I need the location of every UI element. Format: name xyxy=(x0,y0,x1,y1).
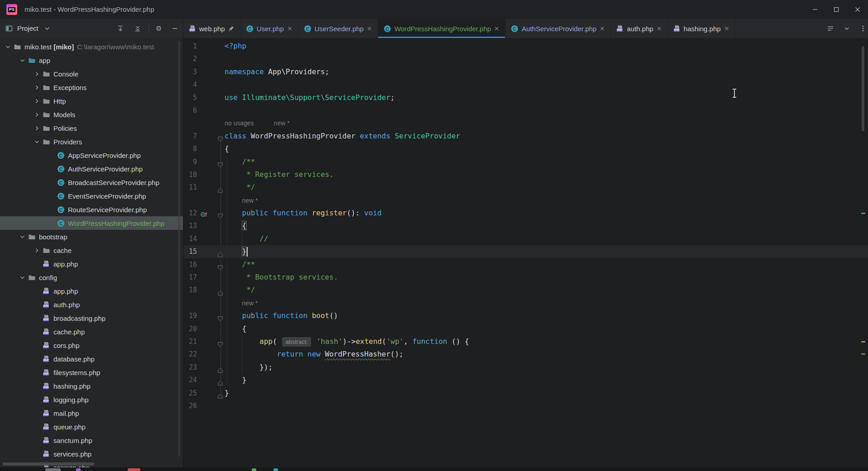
chevron-collapsed-icon[interactable] xyxy=(31,111,42,118)
chevron-expanded-icon[interactable] xyxy=(17,233,28,240)
line-number[interactable]: 7 xyxy=(183,130,197,143)
line-number[interactable]: 26 xyxy=(183,400,197,412)
line-number[interactable]: 25 xyxy=(183,387,197,400)
tree-item-app[interactable]: app xyxy=(0,53,183,67)
chevron-collapsed-icon[interactable] xyxy=(31,247,42,254)
taskbar-item[interactable] xyxy=(45,468,61,471)
error-stripe-mark[interactable] xyxy=(861,341,865,343)
line-number[interactable]: 11 xyxy=(183,181,197,194)
tree-item-queue-php[interactable]: PHPqueue.php xyxy=(0,420,183,433)
tree-item-cache-php[interactable]: PHPcache.php xyxy=(0,325,183,338)
tab-user-php[interactable]: CUser.php xyxy=(240,19,298,38)
tree-item-providers[interactable]: Providers xyxy=(0,135,183,148)
tree-item-services-php[interactable]: PHPservices.php xyxy=(0,447,183,461)
tree-item-config[interactable]: config xyxy=(0,271,183,284)
error-stripe-mark[interactable] xyxy=(861,353,865,355)
tree-horizontal-scrollbar[interactable] xyxy=(3,462,94,466)
tree-item-models[interactable]: Models xyxy=(0,108,183,121)
tree-item-sanctum-php[interactable]: PHPsanctum.php xyxy=(0,433,183,447)
tab-auth-php[interactable]: PHPauth.php xyxy=(611,19,667,38)
code-vision-hint[interactable]: new * xyxy=(274,119,290,127)
line-number[interactable]: 1 xyxy=(183,40,197,52)
taskbar-item[interactable] xyxy=(252,468,256,471)
tree-item-hashing-php[interactable]: PHPhashing.php xyxy=(0,379,183,393)
tab-hashing-php[interactable]: PHPhashing.php xyxy=(668,19,735,38)
code-line-text[interactable]: // xyxy=(225,233,868,245)
tree-item-routeserviceprovider-php[interactable]: CRouteServiceProvider.php xyxy=(0,203,183,216)
line-number[interactable]: 4 xyxy=(183,78,197,91)
close-window-button[interactable] xyxy=(847,0,868,19)
code-line-text[interactable]: /** xyxy=(225,258,868,271)
code-line-text[interactable]: no usagesnew * xyxy=(225,117,868,129)
code-line-text[interactable]: * Bootstrap services. xyxy=(225,271,868,284)
error-stripe-mark[interactable] xyxy=(861,213,865,214)
tree-item-wordpresshashingprovider-php[interactable]: CWordPressHashingProvider.php xyxy=(0,216,183,230)
tree-item-broadcastserviceprovider-php[interactable]: CBroadcastServiceProvider.php xyxy=(0,176,183,189)
code-line-text[interactable]: namespace App\Providers; xyxy=(225,66,868,78)
fold-region-start-icon[interactable] xyxy=(217,133,223,139)
fold-region-end-icon[interactable] xyxy=(217,287,223,293)
close-tab-icon[interactable] xyxy=(367,26,372,31)
code-line-text[interactable]: return new WordPressHasher(); xyxy=(225,348,868,361)
line-number[interactable]: 3 xyxy=(183,66,197,78)
tree-item-bootstrap[interactable]: bootstrap xyxy=(0,230,183,243)
tree-item-database-php[interactable]: PHPdatabase.php xyxy=(0,352,183,366)
code-line-text[interactable]: class WordPressHashingProvider extends S… xyxy=(225,130,868,143)
chevron-collapsed-icon[interactable] xyxy=(31,84,42,91)
code-line-text[interactable]: { xyxy=(225,143,868,155)
overrides-method-gutter-icon[interactable] xyxy=(200,209,207,217)
tree-item-policies[interactable]: Policies xyxy=(0,121,183,135)
line-number[interactable]: 24 xyxy=(183,374,197,386)
code-line-text[interactable]: use Illuminate\Support\ServiceProvider; xyxy=(225,91,868,104)
line-number[interactable]: 19 xyxy=(183,309,197,322)
maximize-button[interactable] xyxy=(825,0,847,19)
tree-item-eventserviceprovider-php[interactable]: CEventServiceProvider.php xyxy=(0,189,183,203)
fold-region-start-icon[interactable] xyxy=(217,313,223,319)
chevron-collapsed-icon[interactable] xyxy=(31,70,42,77)
chevron-expanded-icon[interactable] xyxy=(31,138,42,145)
tab-wordpresshashingprovider-php[interactable]: CWordPressHashingProvider.php xyxy=(378,19,505,38)
pin-icon[interactable] xyxy=(228,25,235,32)
code-line-text[interactable]: <?php xyxy=(225,40,868,52)
close-tab-icon[interactable] xyxy=(494,26,499,31)
project-tool-window-icon[interactable] xyxy=(5,25,13,32)
tab-authserviceprovider-php[interactable]: CAuthServiceProvider.php xyxy=(505,19,611,38)
code-line-text[interactable]: app( abstract: 'hash')->extend('wp', fun… xyxy=(225,335,868,348)
code-line-text[interactable]: { xyxy=(225,219,868,232)
tree-item-broadcasting-php[interactable]: PHPbroadcasting.php xyxy=(0,311,183,325)
line-number[interactable]: 10 xyxy=(183,168,197,181)
locate-opened-file-icon[interactable] xyxy=(117,25,124,32)
code-vision-hint[interactable]: no usages xyxy=(225,119,254,127)
close-tab-icon[interactable] xyxy=(287,26,293,31)
taskbar-item[interactable] xyxy=(128,468,140,471)
line-number[interactable]: 9 xyxy=(183,156,197,168)
code-editor[interactable]: 1<?php23namespace App\Providers;45use Il… xyxy=(183,38,868,467)
tree-item-exceptions[interactable]: Exceptions xyxy=(0,81,183,94)
chevron-collapsed-icon[interactable] xyxy=(31,97,42,105)
tree-vertical-scrollbar[interactable] xyxy=(178,41,180,457)
code-line-text[interactable]: * Register services. xyxy=(225,168,868,181)
code-vision-hint[interactable]: new * xyxy=(242,197,258,204)
tree-item-cors-php[interactable]: PHPcors.php xyxy=(0,338,183,352)
tree-item-app-php[interactable]: PHPapp.php xyxy=(0,284,183,298)
tab-userseeder-php[interactable]: CUserSeeder.php xyxy=(298,19,378,38)
line-number[interactable]: 15 xyxy=(183,245,197,258)
code-line-text[interactable]: } xyxy=(225,387,868,400)
taskbar-item[interactable] xyxy=(273,468,278,471)
line-number[interactable]: 12 xyxy=(183,207,197,219)
taskbar-item[interactable] xyxy=(76,468,81,471)
tree-item-logging-php[interactable]: PHPlogging.php xyxy=(0,393,183,406)
minimize-button[interactable] xyxy=(804,0,825,19)
code-vision-hint[interactable]: new * xyxy=(242,300,258,307)
collapse-all-icon[interactable] xyxy=(134,25,141,32)
tree-item-http[interactable]: Http xyxy=(0,94,183,108)
chevron-expanded-icon[interactable] xyxy=(2,43,13,50)
fold-region-end-icon[interactable] xyxy=(217,185,223,190)
line-number[interactable]: 5 xyxy=(183,91,197,104)
line-number[interactable]: 6 xyxy=(183,104,197,117)
fold-region-start-icon[interactable] xyxy=(217,210,223,216)
tree-item-mail-php[interactable]: PHPmail.php xyxy=(0,406,183,420)
line-number[interactable]: 22 xyxy=(183,348,197,361)
tab-list-icon[interactable] xyxy=(827,25,834,32)
fold-region-start-icon[interactable] xyxy=(217,262,223,268)
